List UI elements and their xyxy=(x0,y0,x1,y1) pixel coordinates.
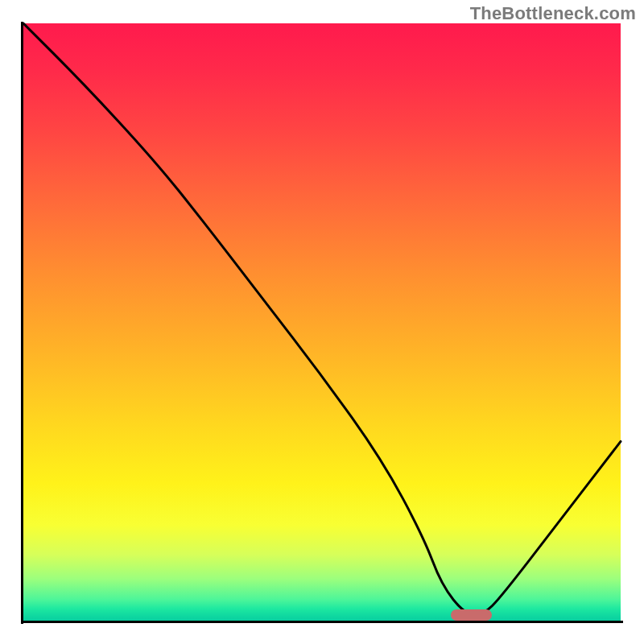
x-axis xyxy=(21,621,623,623)
bottleneck-curve xyxy=(23,23,621,621)
plot-area xyxy=(23,23,621,621)
y-axis xyxy=(21,22,23,624)
chart-container: TheBottleneck.com xyxy=(0,0,644,644)
watermark-text: TheBottleneck.com xyxy=(470,3,636,24)
optimal-marker xyxy=(451,609,493,621)
